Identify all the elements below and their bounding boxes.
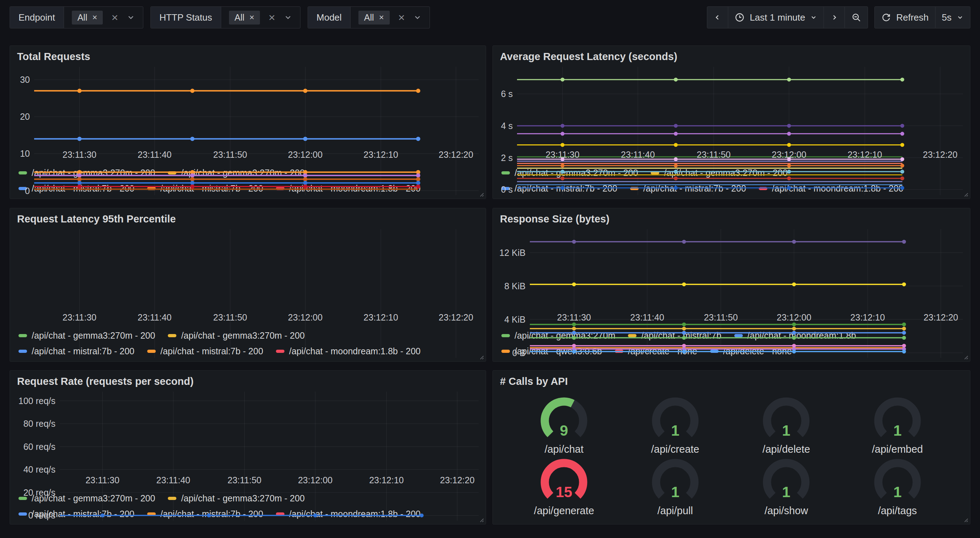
data-point	[900, 176, 904, 180]
panel-response-size: Response Size (bytes) 0 B4 KiB8 KiB12 Ki…	[493, 208, 970, 362]
y-axis-label: 20	[20, 111, 30, 122]
timeseries-canvas	[60, 392, 479, 521]
refresh-button[interactable]: Refresh	[874, 6, 935, 29]
panel-resize-handle[interactable]	[962, 191, 969, 197]
gauge-arc: 1	[864, 455, 931, 505]
x-axis-label: 23:11:50	[213, 149, 247, 160]
y-axis-label: 8 KiB	[504, 281, 525, 291]
data-point	[560, 78, 564, 81]
filter-http-status: HTTP Status All × ×	[150, 6, 301, 29]
plot-area[interactable]	[34, 67, 479, 145]
clock-icon	[735, 13, 745, 22]
plot-area[interactable]	[530, 229, 963, 308]
gauge-grid: 9/api/chat1/api/create1/api/delete1/api/…	[498, 392, 963, 522]
refresh-interval-label: 5s	[942, 12, 951, 23]
panel-total-requests: Total Requests 010203023:11:3023:11:4023…	[10, 46, 486, 199]
gauge-value: 1	[782, 422, 791, 439]
gauge-value: 1	[893, 422, 901, 439]
filter-http-status-chip[interactable]: All ×	[229, 11, 260, 24]
data-point	[902, 240, 906, 244]
x-axis-label: 23:12:20	[923, 313, 958, 323]
plot-area[interactable]	[34, 229, 479, 308]
data-point	[190, 173, 194, 178]
x-axis-label: 23:12:20	[440, 475, 474, 486]
x-axis-label: 23:11:50	[213, 313, 247, 323]
plot-area[interactable]	[517, 67, 963, 145]
data-point	[902, 336, 906, 340]
filter-endpoint-chip[interactable]: All ×	[72, 11, 103, 24]
refresh-group: Refresh 5s	[874, 6, 970, 29]
panel-title[interactable]: Total Requests	[17, 51, 479, 62]
data-point	[303, 184, 308, 189]
x-axis-label: 23:11:40	[138, 313, 172, 323]
data-point	[416, 173, 420, 178]
data-point	[190, 177, 194, 181]
filter-http-status-chip-text: All	[235, 13, 245, 23]
chevron-down-icon[interactable]	[413, 13, 422, 22]
chip-remove-icon[interactable]: ×	[379, 13, 384, 22]
data-point	[674, 164, 678, 168]
panel-resize-handle[interactable]	[478, 516, 484, 523]
data-point	[787, 164, 791, 168]
panel-resize-handle[interactable]	[962, 354, 969, 360]
y-axis-label: 40 req/s	[24, 465, 56, 475]
data-point	[190, 89, 194, 93]
time-shift-back-button[interactable]	[707, 6, 728, 29]
panel-title[interactable]: Average Request Latency (seconds)	[500, 51, 963, 62]
chip-remove-icon[interactable]: ×	[249, 13, 254, 22]
panel-title[interactable]: Request Latency 95th Percentile	[17, 213, 479, 225]
filter-model-chip[interactable]: All ×	[358, 11, 390, 24]
data-point	[560, 124, 564, 128]
filter-clear-icon[interactable]: ×	[269, 12, 275, 23]
data-point	[560, 164, 564, 168]
y-axis: 0 s2 s4 s6 s	[498, 67, 517, 145]
panel-title[interactable]: Request Rate (requests per second)	[17, 376, 479, 387]
panel-resize-handle[interactable]	[478, 354, 484, 360]
panel-title[interactable]: Response Size (bytes)	[500, 213, 963, 225]
filter-http-status-picker[interactable]: All × ×	[221, 7, 301, 28]
data-point	[572, 240, 576, 244]
filter-model-picker[interactable]: All × ×	[351, 7, 430, 28]
time-shift-forward-button[interactable]	[824, 6, 845, 29]
zoom-out-button[interactable]	[845, 6, 868, 29]
panel-resize-handle[interactable]	[478, 191, 484, 197]
time-range-picker-button[interactable]: Last 1 minute	[728, 6, 824, 29]
data-point	[416, 184, 420, 189]
filter-clear-icon[interactable]: ×	[111, 12, 118, 23]
y-axis-label: 4 KiB	[504, 314, 525, 324]
timeseries-canvas	[530, 229, 963, 358]
x-axis: 23:11:3023:11:4023:11:5023:12:0023:12:10…	[60, 471, 479, 487]
data-point	[902, 344, 906, 348]
x-axis-label: 23:12:00	[298, 475, 332, 486]
variable-filters: Endpoint All × × HTTP Status All × ×	[10, 6, 430, 29]
data-point	[303, 173, 308, 178]
gauge-arc: 1	[752, 394, 820, 443]
panel-resize-handle[interactable]	[962, 516, 969, 523]
panel-title[interactable]: # Calls by API	[500, 376, 963, 387]
data-point	[792, 282, 796, 286]
plot-area[interactable]	[60, 392, 479, 471]
data-point	[787, 170, 791, 174]
data-point	[682, 240, 686, 244]
timeseries-canvas	[517, 67, 963, 195]
time-range-label: Last 1 minute	[749, 12, 805, 23]
data-point	[572, 327, 576, 330]
legend-series-color	[19, 334, 27, 337]
data-point	[572, 331, 576, 335]
chevron-down-icon[interactable]	[284, 13, 292, 22]
gauge-label: /api/chat	[544, 443, 584, 455]
y-axis-label: 0	[25, 186, 30, 196]
gauge-value: 15	[556, 484, 573, 500]
filter-clear-icon[interactable]: ×	[398, 12, 405, 23]
x-axis-label: 23:11:40	[138, 149, 172, 160]
chip-remove-icon[interactable]: ×	[92, 13, 97, 22]
data-point	[572, 336, 576, 340]
x-axis-label: 23:11:40	[621, 149, 655, 160]
data-point	[190, 184, 194, 189]
x-axis-label: 23:12:10	[363, 149, 398, 160]
filter-endpoint-picker[interactable]: All × ×	[64, 7, 143, 28]
data-point	[78, 181, 82, 185]
refresh-interval-button[interactable]: 5s	[935, 6, 970, 29]
chevron-down-icon[interactable]	[127, 13, 135, 22]
timeseries-canvas	[34, 67, 479, 195]
